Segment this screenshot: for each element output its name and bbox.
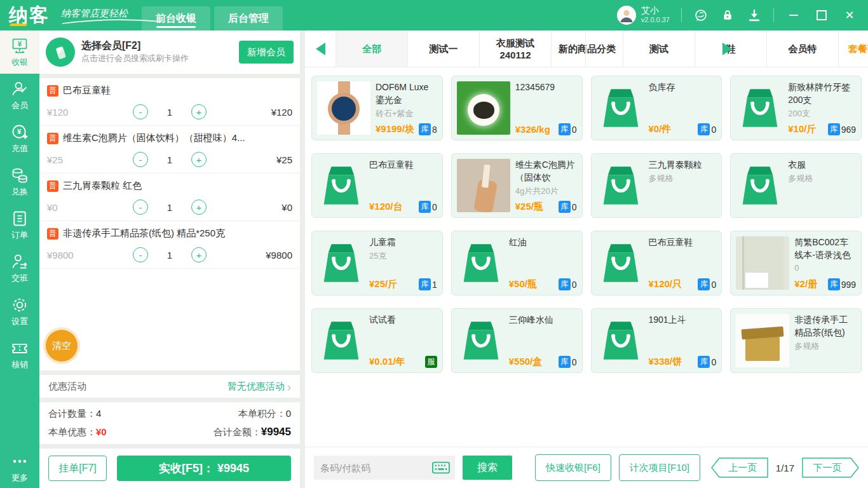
product-card[interactable]: 12345679 ¥326/kg 库 0 — [451, 76, 583, 140]
category-tab[interactable]: 测试一 — [408, 30, 480, 67]
decrease-button[interactable]: - — [133, 200, 148, 215]
stock-count: 1 — [432, 280, 437, 290]
product-spec: 多规格 — [788, 173, 856, 184]
member-select-text: 选择会员[F2] 点击进行会员搜索或刷卡操作 — [81, 39, 189, 65]
nav-tab-frontdesk[interactable]: 前台收银 — [142, 6, 210, 30]
svg-text:¥: ¥ — [17, 128, 22, 135]
category-tab[interactable]: 全部 — [336, 30, 408, 67]
quick-cashier-button[interactable]: 快速收银[F6] — [535, 454, 611, 481]
catalog-panel: 全部 测试一 衣服测试240112 新的商品分类 — [305, 30, 868, 488]
product-card[interactable]: 三九胃泰颗粒 多规格 — [591, 153, 722, 218]
summary-row: 合计数量：4 本单积分：0 — [48, 408, 291, 420]
category-tab-label: 测试一 — [430, 43, 458, 55]
product-card[interactable]: 简繁BC002车线本-语录浅色 0 ¥2/册 库 999 — [730, 231, 862, 295]
keyboard-icon[interactable] — [432, 461, 450, 474]
increase-button[interactable]: + — [191, 152, 207, 167]
product-card[interactable]: 非遗传承手工精品茶(纸包) 多规格 — [730, 308, 862, 373]
sidebar-item-members[interactable]: 会员 — [0, 74, 39, 117]
product-card[interactable]: 负库存 ¥0/件 库 0 — [591, 76, 722, 140]
add-member-button[interactable]: 新增会员 — [239, 41, 294, 64]
support-headset-icon[interactable] — [693, 8, 709, 23]
decrease-button[interactable]: - — [133, 152, 148, 167]
cart-item[interactable]: 普 三九胃泰颗粒 红色 ¥0 - 1 + ¥0 — [39, 173, 300, 221]
stock-badge: 库 — [419, 278, 431, 290]
download-icon[interactable] — [747, 8, 762, 23]
times-item-button[interactable]: 计次项目[F10] — [619, 454, 700, 481]
product-bottom-row: ¥120/只 库 0 — [649, 278, 717, 290]
search-button[interactable]: 搜索 — [463, 456, 512, 480]
member-select-subtitle: 点击进行会员搜索或刷卡操作 — [81, 52, 189, 65]
sidebar-item-recharge[interactable]: ¥ 充值 — [0, 117, 39, 160]
close-icon: ✕ — [844, 8, 854, 22]
product-name: 红油 — [509, 236, 577, 248]
sidebar-item-orders[interactable]: 订单 — [0, 203, 39, 247]
maximize-button[interactable] — [813, 7, 830, 24]
cart-item-controls: ¥25 - 1 + ¥25 — [47, 152, 292, 167]
tabs-scroll-right-button[interactable] — [585, 30, 868, 67]
product-spec: 0 — [794, 263, 856, 273]
stock-badge: 库 — [828, 123, 840, 135]
increase-button[interactable]: + — [191, 104, 207, 119]
cart-panel: 选择会员[F2] 点击进行会员搜索或刷卡操作 新增会员 普 巴布豆童鞋 ¥120 — [39, 30, 300, 488]
minimize-button[interactable] — [785, 7, 802, 24]
decrease-button[interactable]: - — [133, 247, 148, 262]
product-price: ¥10/斤 — [788, 123, 816, 135]
main-area: ¥ 收银 会员 ¥ 充值 — [0, 30, 868, 488]
user-account[interactable]: 艾小 v2.0.0.37 — [617, 6, 670, 25]
nav-tab-backoffice[interactable]: 后台管理 — [214, 6, 283, 30]
barcode-field[interactable] — [314, 456, 455, 480]
cart-item[interactable]: 普 维生素C泡腾片（固体饮料）（甜橙味）4... ¥25 - 1 + ¥25 — [39, 126, 300, 173]
sidebar-item-shift[interactable]: 交班 — [0, 247, 39, 290]
pos-app: 纳客 纳客管店更轻松 前台收银 后台管理 — [0, 0, 868, 488]
stock-count: 0 — [572, 125, 577, 135]
product-card[interactable]: 维生素C泡腾片（固体饮 4g片共20片 ¥25/瓶 库 0 — [451, 153, 583, 218]
product-grid: DOF6M Luxe 鎏光金 砖石+紫金 ¥9199/块 库 8 — [305, 67, 868, 447]
recharge-icon: ¥ — [11, 123, 29, 141]
product-card[interactable]: 三仰峰水仙 ¥550/盒 库 0 — [451, 308, 583, 373]
tabs-scroll-left-button[interactable] — [305, 30, 336, 67]
sidebar-item-settings[interactable]: 设置 — [0, 290, 39, 333]
next-page-label: 下一页 — [802, 458, 859, 478]
product-card[interactable]: 红油 ¥50/瓶 库 0 — [451, 231, 583, 295]
promo-value: 暂无优惠活动 — [227, 381, 285, 393]
barcode-input[interactable] — [319, 462, 428, 474]
sidebar-item-cashier[interactable]: ¥ 收银 — [0, 30, 39, 74]
product-card[interactable]: 试试看 ¥0.01/年 服 — [311, 308, 443, 373]
cart-item[interactable]: 普 巴布豆童鞋 ¥120 - 1 + ¥120 — [39, 78, 300, 126]
increase-button[interactable]: + — [191, 247, 207, 262]
product-card[interactable]: 衣服 多规格 — [730, 153, 862, 218]
sidebar-item-verification[interactable]: 核销 — [0, 333, 39, 376]
sidebar-item-exchange[interactable]: 兑换 — [0, 160, 39, 203]
product-stock: 库 999 — [828, 278, 856, 290]
member-select[interactable]: 选择会员[F2] 点击进行会员搜索或刷卡操作 新增会员 — [39, 30, 300, 74]
checkout-button[interactable]: 实收[F5]： ¥9945 — [117, 456, 291, 481]
product-spec: 4g片共20片 — [515, 186, 577, 197]
product-card[interactable]: 新致林牌竹牙签200支 200支 ¥10/斤 库 969 — [730, 76, 862, 140]
product-stock: 库 0 — [419, 201, 437, 213]
cart-item[interactable]: 普 非遗传承手工精品茶(纸包) 精品*250克 ¥9800 - 1 + ¥980… — [39, 221, 300, 269]
lock-icon[interactable] — [720, 8, 735, 23]
clear-cart-button[interactable]: 清空 — [46, 330, 78, 362]
hold-order-button[interactable]: 挂单[F7] — [48, 456, 107, 481]
increase-button[interactable]: + — [191, 200, 207, 215]
product-card[interactable]: 巴布豆童鞋 ¥120/台 库 0 — [311, 153, 443, 218]
product-card[interactable]: 巴布豆童鞋 ¥120/只 库 0 — [591, 231, 722, 295]
next-page-button[interactable]: 下一页 — [802, 458, 859, 478]
close-button[interactable]: ✕ — [841, 7, 858, 24]
sidebar-item-more[interactable]: 更多 — [0, 447, 39, 488]
product-stock: 库 0 — [559, 201, 577, 213]
stock-count: 0 — [711, 280, 716, 290]
sidebar: ¥ 收银 会员 ¥ 充值 — [0, 30, 39, 488]
product-card[interactable]: 1901上斗 ¥338/饼 库 0 — [591, 308, 722, 373]
promo-row[interactable]: 优惠活动 暂无优惠活动 › — [39, 375, 300, 398]
category-tab[interactable]: 衣服测试240112 — [480, 30, 552, 67]
item-quantity: 1 — [148, 202, 191, 213]
item-type-badge: 普 — [47, 180, 58, 192]
settings-gear-icon — [11, 296, 29, 314]
cart-item-controls: ¥0 - 1 + ¥0 — [47, 200, 292, 215]
prev-page-button[interactable]: 上一页 — [711, 458, 768, 478]
product-card[interactable]: DOF6M Luxe 鎏光金 砖石+紫金 ¥9199/块 库 8 — [311, 76, 443, 140]
item-type-badge: 普 — [47, 85, 58, 97]
decrease-button[interactable]: - — [133, 104, 148, 119]
product-card[interactable]: 儿童霜 25克 ¥25/斤 库 1 — [311, 231, 443, 295]
